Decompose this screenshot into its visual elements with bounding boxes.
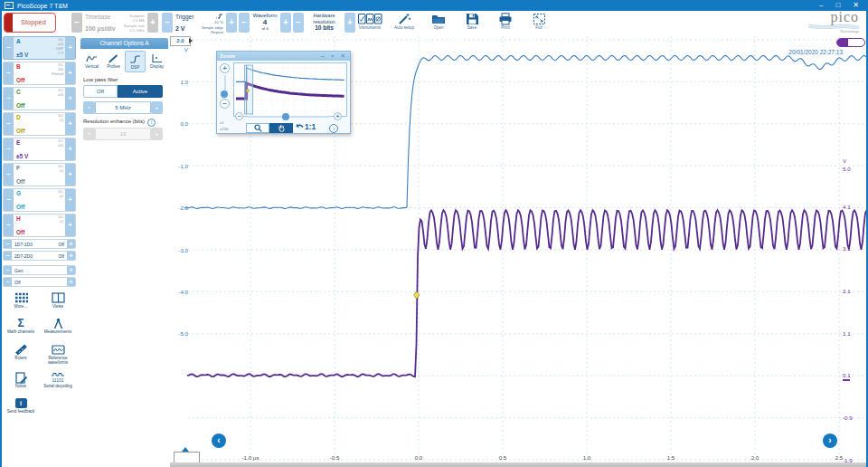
pan-tool-button[interactable] [269, 123, 293, 133]
channel-g-decrease-button[interactable]: − [4, 189, 14, 211]
channel-e-axis-handle[interactable] [836, 38, 865, 47]
zoom-in-button[interactable]: + [220, 63, 230, 73]
sidebar-item-math-channels[interactable]: Σ Math channels [3, 317, 39, 334]
channel-card-g[interactable]: − G Off DCx1 + [3, 188, 76, 212]
low-pass-active-button[interactable]: Active [118, 85, 163, 98]
channel-d-increase-button[interactable]: + [65, 113, 75, 135]
channel-f-decrease-button[interactable]: − [4, 164, 14, 186]
sidebar-item-measurements[interactable]: Measurements [40, 317, 76, 334]
trigger-panel[interactable]: Trigger 2 V t 10 % Simple edge Repeat [174, 13, 225, 33]
timebase-decrease-button[interactable]: − [71, 13, 82, 33]
digital-2-decrease-button[interactable]: − [4, 252, 12, 260]
open-button[interactable]: Open [423, 12, 454, 33]
channel-card-h[interactable]: − H Off DCx1 + [3, 214, 76, 237]
channel-c-increase-button[interactable]: + [65, 88, 75, 110]
sidebar-item-more[interactable]: More... [3, 291, 39, 309]
channel-e-decrease-button[interactable]: − [4, 138, 14, 160]
channel-e-label: E [16, 139, 20, 146]
channel-h-increase-button[interactable]: + [65, 214, 75, 236]
frequency-value[interactable]: 5 MHz [95, 101, 151, 114]
resolution-info-icon[interactable]: i [147, 119, 156, 127]
zoom-overview-map[interactable] [233, 62, 347, 117]
frequency-decrease-button[interactable]: − [83, 101, 95, 114]
channel-e-increase-button[interactable]: + [65, 138, 75, 160]
channel-card-c[interactable]: − C Off DCx10 + [3, 87, 76, 110]
sidebar-item-reference-waveforms[interactable]: Reference waveforms [40, 343, 76, 366]
gen-increase-button[interactable]: + [67, 266, 75, 274]
channel-e-range: ±5 V [16, 153, 28, 159]
channel-card-b[interactable]: − B Off DCx10Filtered + [3, 62, 76, 85]
previous-waveform-button[interactable]: ‹ [212, 434, 226, 448]
print-button[interactable]: Print [490, 12, 521, 33]
digital-1-decrease-button[interactable]: − [4, 240, 12, 248]
channel-c-decrease-button[interactable]: − [4, 88, 14, 110]
channel-d-decrease-button[interactable]: − [4, 113, 14, 135]
channel-h-decrease-button[interactable]: − [4, 214, 14, 236]
pan-left-button[interactable]: − [235, 112, 243, 120]
channel-a-axis-scale-box[interactable]: 2.0 [170, 36, 191, 46]
digital-port-1-row[interactable]: − 1D7-1D0 Off + [3, 239, 76, 249]
sidebar-item-serial-decoding[interactable]: 11101 Serial decoding [40, 371, 76, 388]
horizontal-scrollbar[interactable] [170, 462, 868, 467]
tab-probes[interactable]: Probes [103, 51, 124, 72]
sidebar-item-notes[interactable]: Notes [3, 371, 39, 388]
channel-card-d[interactable]: − D Off DCx1 + [3, 112, 76, 136]
auto-setup-button[interactable]: Auto setup [389, 12, 420, 33]
pan-right-button[interactable]: + [334, 112, 342, 120]
waveform-next-button[interactable]: + [280, 13, 291, 33]
zoom-out-button[interactable]: − [220, 99, 230, 109]
waveform-panel[interactable]: Waveform 4 of 4 [250, 13, 279, 33]
generator-state-row[interactable]: − Off + [3, 277, 76, 287]
channel-a-decrease-button[interactable]: − [4, 37, 14, 59]
instruments-button[interactable]: Instruments [354, 12, 385, 33]
stopped-button[interactable]: Stopped [4, 13, 56, 33]
sidebar-item-rulers[interactable]: Rulers [3, 343, 39, 360]
gen-state-increase-button[interactable]: + [67, 278, 75, 286]
undo-zoom-icon[interactable] [295, 123, 305, 132]
timebase-increase-button[interactable]: + [147, 13, 158, 33]
zoom-ratio-button[interactable]: 1:1 [305, 122, 316, 131]
probes-tab-label: Probes [107, 64, 120, 69]
channel-b-decrease-button[interactable]: − [4, 62, 14, 84]
channel-g-increase-button[interactable]: + [65, 189, 75, 211]
zoom-horizontal-slider-thumb[interactable] [282, 113, 289, 120]
full-button[interactable]: Full [524, 12, 554, 33]
channel-b-increase-button[interactable]: + [65, 62, 75, 84]
right-axis-tick: 5.0 [843, 166, 866, 172]
picoscope-window: PicoScope 7 T&M – □ ✕ Stopped − Timebase… [0, 0, 868, 467]
gen-state-decrease-button[interactable]: − [4, 278, 12, 286]
tab-display[interactable]: Display [146, 51, 167, 72]
sidebar-item-views[interactable]: Views [40, 291, 76, 309]
channel-card-f[interactable]: − F Off DCx1 + [3, 163, 76, 186]
channel-card-e[interactable]: − E ±5 V DCx10 + [3, 138, 76, 161]
waveform-prev-button[interactable]: − [239, 13, 250, 33]
digital-2-increase-button[interactable]: + [67, 252, 75, 260]
sidebar-item-send-feedback[interactable]: i Send feedback [3, 396, 39, 414]
res-decrease-button[interactable]: − [83, 128, 95, 140]
tab-dsp[interactable]: DSP [125, 51, 146, 72]
resolution-decrease-button[interactable]: − [293, 13, 304, 33]
digital-port-2-row[interactable]: − 2D7-2D0 Off + [3, 251, 76, 261]
timebase-panel[interactable]: Timebase 100 µs/div Samples 2.5 MS Sampl… [83, 13, 146, 33]
frequency-increase-button[interactable]: + [151, 101, 163, 114]
trigger-decrease-button[interactable]: − [162, 13, 173, 33]
hardware-resolution-panel[interactable]: Hardware resolution 10 bits [305, 13, 344, 33]
generator-row[interactable]: − Gen + [3, 265, 76, 275]
channel-f-increase-button[interactable]: + [65, 164, 75, 186]
trigger-marker[interactable] [414, 291, 420, 299]
channel-a-increase-button[interactable]: + [65, 37, 75, 59]
zoom-tool-button[interactable] [246, 123, 269, 133]
zoom-vertical-slider-thumb[interactable] [221, 91, 228, 98]
res-increase-button[interactable]: + [151, 128, 163, 140]
zoom-window[interactable]: Zoom – ▪ ✕ + − − + x1 x250 [216, 51, 351, 134]
low-pass-off-button[interactable]: Off [83, 85, 118, 98]
digital-1-increase-button[interactable]: + [67, 240, 75, 248]
next-waveform-button[interactable]: › [823, 434, 837, 448]
zoom-window-controls[interactable]: – ▪ ✕ [321, 52, 348, 61]
gen-decrease-button[interactable]: − [4, 266, 12, 274]
channel-card-a[interactable]: − A ±5 V DCx10DSP-2 V + [3, 36, 76, 60]
tab-vertical[interactable]: Vertical [81, 51, 102, 72]
trigger-increase-button[interactable]: + [226, 13, 237, 33]
zoom-info-icon[interactable]: i [329, 124, 338, 133]
save-button[interactable]: Save [457, 12, 487, 33]
